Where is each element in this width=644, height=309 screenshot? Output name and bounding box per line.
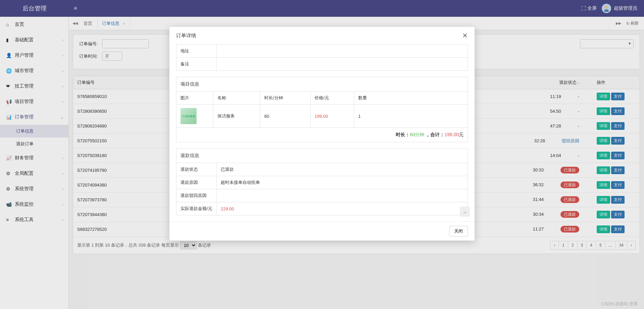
modal-close-button[interactable]: ✕: [462, 32, 468, 40]
watermark: CSDN @源码 世界: [601, 301, 638, 307]
project-summary: 时长：60分钟 ，合计：199.00元: [176, 128, 468, 142]
scroll-top-button[interactable]: ︽: [460, 207, 470, 217]
order-detail-modal: 订单详情 ✕ 地址 备注 项目信息 图片 名称 时长/分钟 价格/元 数量 让您…: [169, 27, 475, 241]
modal-title: 订单详情: [176, 33, 196, 39]
modal-close-footer-button[interactable]: 关闭: [449, 226, 468, 237]
refund-reason-value: 超时未接单自动拒单: [217, 176, 468, 189]
remark-value: [217, 58, 468, 71]
product-image: 让您的健康: [180, 108, 197, 124]
project-section-title: 项目信息: [176, 77, 468, 91]
refund-reject-value: [217, 189, 468, 202]
project-row: 让您的健康 保洁服务 60 199.00 1: [176, 105, 468, 128]
refund-amount-value: 229.00: [217, 202, 468, 215]
refund-status-value: 已退款: [217, 163, 468, 176]
address-value: [217, 45, 468, 58]
remark-label: 备注: [176, 58, 217, 71]
address-label: 地址: [176, 45, 217, 58]
refund-section-title: 退款信息: [176, 148, 468, 163]
